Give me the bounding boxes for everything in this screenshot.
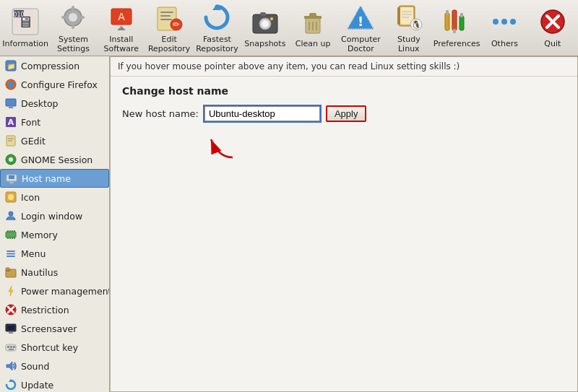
sound-label: Sound	[21, 361, 49, 372]
configure-firefox-icon	[4, 78, 17, 91]
toolbar-system-settings[interactable]: System Settings	[49, 0, 97, 56]
svg-text:✏: ✏	[173, 19, 180, 30]
sidebar-item-configure-firefox[interactable]: Configure Firefox	[0, 75, 109, 94]
icon-label: Icon	[21, 192, 40, 203]
menu-icon	[4, 247, 17, 260]
toolbar-study-linux[interactable]: 🐧 Study Linux	[385, 0, 433, 56]
computer-doctor-icon: !	[345, 2, 376, 32]
toolbar-clean-up[interactable]: Clean up	[289, 4, 337, 51]
edit-repository-label: Edit Repository	[147, 35, 191, 53]
svg-rect-15	[160, 15, 171, 17]
hostname-row: New host name: Apply	[122, 105, 566, 122]
sidebar-item-host-name[interactable]: Host name	[0, 169, 109, 188]
install-software-label: Install Software	[99, 35, 144, 53]
gedit-label: GEdit	[21, 136, 46, 147]
toolbar-information[interactable]: 🖥 010 Information	[1, 4, 49, 51]
memory-icon	[4, 228, 17, 241]
login-window-label: Login window	[21, 211, 82, 222]
svg-rect-8	[61, 16, 66, 19]
svg-rect-68	[9, 175, 14, 179]
system-settings-label: System Settings	[51, 35, 95, 53]
font-icon: A	[4, 116, 17, 129]
svg-rect-9	[79, 16, 85, 19]
screensaver-label: Screensaver	[21, 323, 77, 334]
gnome-session-icon	[4, 153, 17, 166]
svg-point-57	[8, 82, 14, 87]
sidebar-item-memory[interactable]: Memory	[0, 225, 109, 244]
svg-rect-97	[10, 346, 12, 348]
sidebar-item-update[interactable]: Update	[0, 375, 109, 392]
login-window-icon	[4, 209, 17, 222]
sidebar-item-screensaver[interactable]: Screensaver	[0, 319, 109, 338]
svg-rect-42	[445, 13, 449, 30]
host-name-icon	[5, 172, 18, 185]
svg-text:A: A	[8, 118, 14, 127]
hint-text: If you hover mouse pointer above any ite…	[118, 61, 460, 71]
svg-rect-73	[6, 232, 16, 238]
others-label: Others	[491, 39, 518, 48]
svg-point-22	[262, 20, 269, 27]
toolbar-fastest-repository[interactable]: Fastest Repository	[193, 0, 241, 56]
sidebar-item-gnome-session[interactable]: GNOME Session	[0, 150, 109, 169]
sidebar-item-desktop[interactable]: Desktop	[0, 94, 109, 113]
toolbar-preferences[interactable]: Preferences	[433, 4, 480, 51]
sidebar-item-menu[interactable]: Menu	[0, 244, 109, 263]
svg-rect-47	[460, 13, 463, 17]
svg-point-50	[510, 19, 516, 25]
content-inner: Change host name New host name: Apply	[111, 77, 577, 170]
toolbar: 🖥 010 Information System Settings A	[0, 0, 578, 56]
toolbar-others[interactable]: Others	[480, 4, 528, 51]
restriction-icon	[4, 303, 17, 316]
toolbar-computer-doctor[interactable]: ! Computer Doctor	[337, 0, 384, 56]
sidebar-item-font[interactable]: A Font	[0, 113, 109, 131]
power-management-label: Power management	[21, 286, 110, 297]
hostname-input[interactable]	[204, 106, 320, 121]
svg-rect-6	[72, 6, 74, 11]
nautilus-label: Nautilus	[21, 267, 58, 278]
sidebar-item-login-window[interactable]: Login window	[0, 206, 109, 225]
svg-point-24	[270, 17, 273, 20]
study-linux-label: Study Linux	[387, 35, 431, 53]
others-icon	[489, 6, 519, 37]
toolbar-install-software[interactable]: A Install Software	[98, 0, 145, 56]
svg-rect-83	[7, 253, 15, 255]
toolbar-quit[interactable]: Quit	[529, 4, 577, 51]
update-icon	[4, 378, 17, 391]
sidebar-item-icon[interactable]: Icon	[0, 188, 109, 206]
preferences-label: Preferences	[434, 39, 480, 48]
snapshots-icon	[250, 6, 280, 37]
svg-rect-23	[260, 12, 266, 16]
preferences-icon	[441, 6, 472, 37]
toolbar-edit-repository[interactable]: ✏ Edit Repository	[145, 0, 193, 56]
apply-button[interactable]: Apply	[326, 105, 367, 122]
compression-label: Compression	[21, 61, 79, 71]
sidebar-item-gedit[interactable]: GEdit	[0, 131, 109, 150]
screensaver-icon	[4, 322, 17, 335]
svg-rect-59	[9, 107, 13, 108]
hostname-label: New host name:	[122, 108, 199, 119]
power-management-icon	[4, 284, 17, 297]
svg-point-71	[8, 194, 14, 200]
sidebar-item-shortcut-key[interactable]: Shortcut key	[0, 338, 109, 357]
svg-rect-93	[7, 326, 14, 330]
svg-rect-58	[6, 99, 16, 106]
desktop-label: Desktop	[21, 98, 59, 109]
sidebar-item-nautilus[interactable]: Nautilus	[0, 263, 109, 282]
sidebar-item-compression[interactable]: 📁 Compression	[0, 56, 109, 75]
information-label: Information	[2, 39, 48, 48]
svg-marker-88	[9, 286, 13, 296]
content-area: If you hover mouse pointer above any ite…	[110, 56, 578, 392]
svg-point-5	[69, 13, 77, 22]
svg-rect-84	[7, 256, 15, 257]
menu-label: Menu	[21, 248, 46, 259]
sidebar-item-power-management[interactable]: Power management	[0, 282, 109, 300]
svg-rect-94	[9, 332, 13, 334]
snapshots-label: Snapshots	[244, 39, 285, 48]
svg-rect-27	[309, 13, 316, 17]
quit-icon	[538, 6, 568, 37]
toolbar-snapshots[interactable]: Snapshots	[241, 4, 289, 51]
hint-bar: If you hover mouse pointer above any ite…	[111, 57, 577, 77]
sidebar-item-restriction[interactable]: Restriction	[0, 300, 109, 319]
install-software-icon: A	[106, 2, 137, 32]
sidebar-item-sound[interactable]: Sound	[0, 357, 109, 375]
